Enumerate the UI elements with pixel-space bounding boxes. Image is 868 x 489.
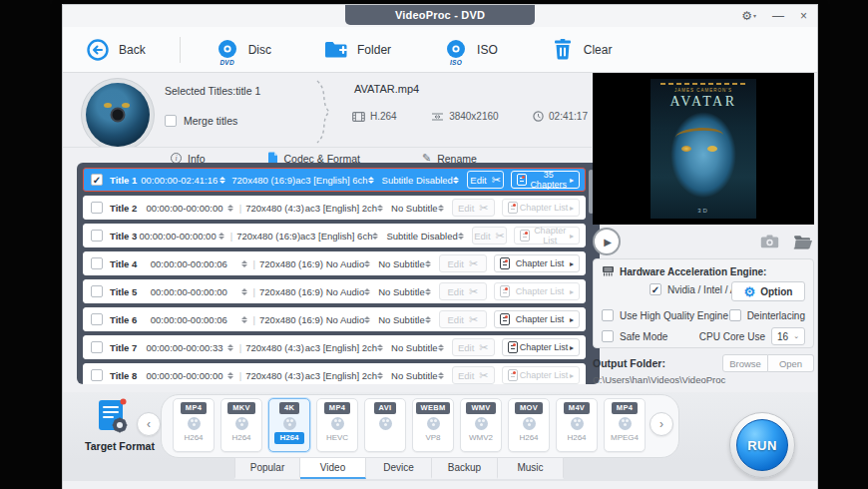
merge-titles-checkbox[interactable]	[165, 115, 177, 127]
clear-button[interactable]: Clear	[550, 37, 613, 63]
subtitle-select[interactable]: Subtitle Disabled	[386, 231, 471, 242]
title-checkbox[interactable]	[91, 285, 103, 297]
format-tile[interactable]: MP4 H264	[173, 398, 215, 452]
edit-button[interactable]: Edit ✂	[439, 310, 487, 328]
audio-select[interactable]: ac3 [English] 6ch	[295, 175, 381, 186]
title-checkbox[interactable]	[91, 257, 103, 269]
gpu-checkbox[interactable]	[650, 283, 661, 295]
format-tile[interactable]: MOV H264	[508, 398, 550, 452]
safe-mode-checkbox[interactable]	[602, 330, 614, 342]
audio-select[interactable]: ac3 [English] 2ch	[305, 342, 391, 353]
audio-select[interactable]: ac3 [English] 2ch	[305, 203, 391, 214]
cpu-core-select[interactable]: 16 ⌄	[771, 327, 805, 345]
close-button[interactable]: ×	[800, 7, 807, 25]
title-checkbox[interactable]	[91, 202, 103, 214]
title-checkbox[interactable]	[91, 230, 103, 242]
scroll-formats-left-button[interactable]: ‹	[137, 412, 161, 436]
title-checkbox[interactable]	[91, 369, 103, 381]
audio-select[interactable]: No Audio	[326, 314, 379, 325]
time-stepper-icon[interactable]	[227, 344, 233, 351]
chapter-list-button[interactable]: Chapter List ▸	[494, 254, 580, 272]
back-button[interactable]: Back	[85, 37, 146, 63]
open-output-folder-button[interactable]	[793, 235, 814, 249]
safe-mode-option[interactable]: Safe Mode	[602, 330, 667, 342]
format-container-badge: MKV	[227, 402, 255, 414]
category-tab[interactable]: Music	[498, 457, 564, 479]
chapter-list-button[interactable]: Chapter List ▸	[502, 366, 580, 384]
chapter-list-button[interactable]: Chapter List ▸	[502, 199, 580, 217]
option-button[interactable]: ⚙ Option	[731, 281, 805, 301]
table-row[interactable]: Title 8 00:00:00-00:00:00 | 720x480 (4:3…	[83, 363, 586, 384]
subtitle-select[interactable]: No Subtitle	[391, 203, 451, 214]
subtitle-select[interactable]: Subtitle Disabled	[382, 175, 467, 186]
time-stepper-icon[interactable]	[219, 177, 225, 184]
high-quality-option[interactable]: Use High Quality Engine	[602, 309, 728, 321]
chapter-list-button[interactable]: Chapter List ▸	[514, 227, 580, 244]
subtitle-select[interactable]: No Subtitle	[378, 258, 438, 269]
open-button[interactable]: Open	[768, 354, 814, 372]
time-stepper-icon[interactable]	[241, 288, 247, 295]
format-tile[interactable]: MP4 HEVC	[316, 398, 358, 452]
table-row[interactable]: Title 2 00:00:00-00:00:00 | 720x480 (4:3…	[83, 196, 586, 220]
snapshot-button[interactable]	[760, 235, 779, 248]
time-stepper-icon[interactable]	[218, 233, 224, 240]
high-quality-checkbox[interactable]	[602, 309, 614, 321]
format-tile[interactable]: 4K H264	[268, 398, 310, 452]
table-row[interactable]: Title 4 00:00:00-00:00:06 | 720x480 (16:…	[83, 251, 586, 275]
edit-button[interactable]: Edit ✂	[467, 171, 504, 189]
category-tab[interactable]: Backup	[432, 457, 498, 479]
time-stepper-icon[interactable]	[241, 260, 247, 267]
edit-button[interactable]: Edit ✂	[452, 199, 495, 217]
minimize-button[interactable]: —	[772, 7, 784, 25]
table-row[interactable]: Title 5 00:00:00-00:00:00 | 720x480 (16:…	[83, 279, 586, 303]
format-tile[interactable]: WEBM VP8	[412, 398, 454, 452]
subtitle-select[interactable]: No Subtitle	[378, 286, 438, 297]
audio-select[interactable]: ac3 [English] 2ch	[305, 370, 391, 381]
chapter-list-button[interactable]: 35 Chapters ▸	[511, 171, 580, 189]
chapter-list-button[interactable]: Chapter List ▸	[494, 310, 580, 328]
edit-button[interactable]: Edit ✂	[439, 282, 487, 300]
time-stepper-icon[interactable]	[227, 205, 233, 212]
time-stepper-icon[interactable]	[241, 316, 247, 323]
chapter-list-button[interactable]: Chapter List ▸	[494, 282, 580, 300]
audio-select[interactable]: ac3 [English] 6ch	[300, 231, 386, 242]
table-row[interactable]: Title 1 00:00:00-02:41:16 | 720x480 (16:…	[83, 168, 586, 192]
folder-button[interactable]: Folder	[323, 37, 391, 63]
merge-titles-option[interactable]: Merge titles	[165, 115, 237, 127]
title-checkbox[interactable]	[91, 174, 103, 186]
format-tile[interactable]: MP4 MPEG4	[604, 398, 646, 452]
audio-select[interactable]: No Audio	[326, 286, 379, 297]
audio-select[interactable]: No Audio	[326, 258, 379, 269]
edit-button[interactable]: Edit ✂	[439, 254, 487, 272]
chapter-list-button[interactable]: Chapter List ▸	[502, 338, 580, 356]
title-checkbox[interactable]	[91, 313, 103, 325]
scroll-formats-right-button[interactable]: ›	[650, 412, 673, 436]
format-tile[interactable]: MKV H264	[220, 398, 262, 452]
edit-button[interactable]: Edit ✂	[472, 227, 508, 244]
format-codec-label: MPEG4	[606, 432, 644, 444]
edit-button[interactable]: Edit ✂	[452, 366, 495, 384]
edit-button[interactable]: Edit ✂	[452, 338, 495, 356]
subtitle-select[interactable]: No Subtitle	[378, 314, 438, 325]
category-tab[interactable]: Video	[300, 457, 366, 479]
table-row[interactable]: Title 7 00:00:00-00:00:33 | 720x480 (4:3…	[83, 335, 586, 359]
subtitle-select[interactable]: No Subtitle	[391, 342, 451, 353]
play-button[interactable]: ▶	[593, 228, 621, 255]
deinterlacing-checkbox[interactable]	[729, 309, 741, 321]
category-tab[interactable]: Device	[366, 457, 432, 479]
run-button[interactable]: RUN	[736, 419, 788, 471]
title-checkbox[interactable]	[91, 341, 103, 353]
deinterlacing-option[interactable]: Deinterlacing	[729, 309, 805, 321]
format-tile[interactable]: AVI	[364, 398, 406, 452]
browse-button[interactable]: Browse	[722, 354, 768, 372]
disc-button[interactable]: DVD Disc	[215, 37, 271, 63]
iso-button[interactable]: ISO ISO	[443, 37, 498, 63]
format-tile[interactable]: WMV WMV2	[460, 398, 502, 452]
format-tile[interactable]: M4V H264	[556, 398, 598, 452]
table-row[interactable]: Title 3 00:00:00-00:00:00 | 720x480 (16:…	[83, 224, 586, 247]
settings-gear-icon[interactable]: ⚙▾	[741, 7, 756, 25]
table-row[interactable]: Title 6 00:00:00-00:00:06 | 720x480 (16:…	[83, 307, 586, 331]
category-tab[interactable]: Popular	[234, 457, 300, 479]
time-stepper-icon[interactable]	[227, 372, 233, 379]
subtitle-select[interactable]: No Subtitle	[391, 370, 451, 381]
